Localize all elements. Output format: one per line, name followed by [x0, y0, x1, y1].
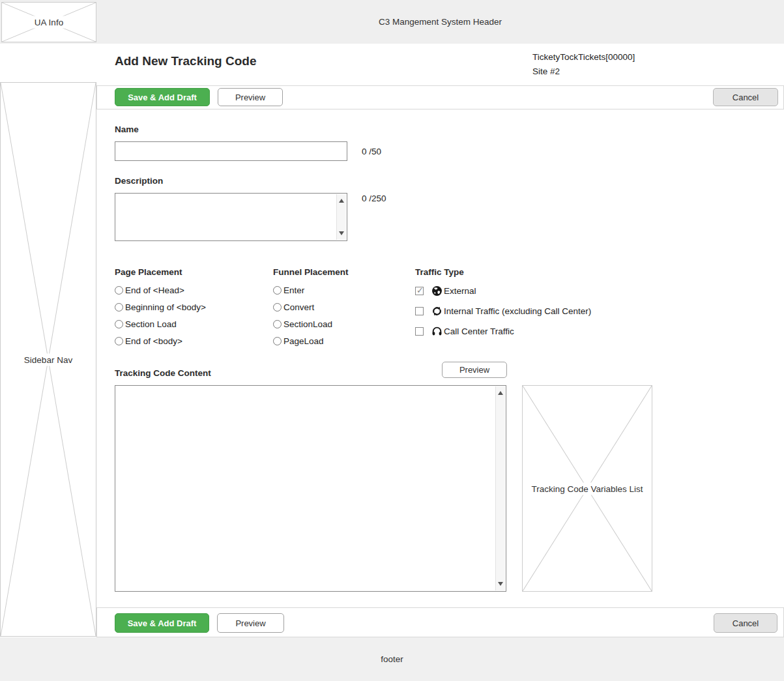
funnel-placement-label: Funnel Placement [273, 267, 349, 277]
footer-label: footer [381, 654, 403, 664]
radio-label: Beginning of <body> [125, 302, 206, 312]
preview-button-bottom[interactable]: Preview [217, 613, 284, 633]
site-label: Site #2 [532, 65, 635, 79]
preview-button-top[interactable]: Preview [218, 88, 283, 106]
radio-sectionload[interactable]: SectionLoad [273, 318, 349, 330]
radio-icon[interactable] [273, 286, 282, 295]
account-name: TicketyTockTickets[00000] [532, 50, 635, 65]
name-input[interactable] [115, 141, 347, 161]
radio-icon[interactable] [115, 303, 123, 312]
radio-icon[interactable] [273, 337, 282, 345]
tracking-code-preview-button[interactable]: Preview [442, 362, 507, 378]
radio-label: End of <Head> [125, 285, 184, 295]
radio-icon[interactable] [115, 337, 123, 345]
ua-info-label: UA Info [31, 16, 66, 29]
page-footer: footer [0, 637, 784, 681]
radio-label: Convert [283, 302, 314, 312]
globe-icon [431, 285, 443, 297]
checkbox-call-center[interactable]: Call Center Traffic [415, 325, 591, 338]
scroll-down-icon[interactable] [496, 579, 505, 588]
radio-enter[interactable]: Enter [273, 284, 349, 296]
radio-icon[interactable] [273, 320, 282, 328]
tracking-code-variables-placeholder: Tracking Code Variables List [522, 385, 652, 592]
scroll-up-icon[interactable] [337, 196, 346, 205]
sidebar-nav-label: Sidebar Nav [21, 353, 76, 366]
cancel-button-bottom[interactable]: Cancel [714, 613, 777, 633]
checkbox-icon[interactable] [415, 307, 424, 315]
save-add-draft-button-bottom[interactable]: Save & Add Draft [115, 613, 209, 633]
radio-label: SectionLoad [283, 319, 332, 329]
traffic-type-label: Traffic Type [415, 267, 591, 277]
radio-icon[interactable] [115, 320, 123, 328]
sync-icon [431, 306, 443, 317]
radio-pageload[interactable]: PageLoad [273, 335, 349, 347]
account-info: TicketyTockTickets[00000] Site #2 [532, 50, 635, 79]
radio-convert[interactable]: Convert [273, 301, 349, 313]
ua-info-placeholder: UA Info [1, 2, 96, 42]
radio-label: Enter [283, 285, 304, 295]
checkbox-label: External [444, 286, 476, 296]
radio-icon[interactable] [273, 303, 282, 312]
checkbox-internal-traffic[interactable]: Internal Traffic (excluding Call Center) [415, 304, 591, 317]
checkbox-external[interactable]: External [415, 284, 591, 297]
description-textarea[interactable] [115, 193, 347, 241]
radio-label: End of <body> [125, 336, 182, 346]
headset-icon [431, 326, 443, 337]
radio-label: Section Load [125, 319, 177, 329]
description-label: Description [115, 176, 163, 186]
scroll-down-icon[interactable] [337, 229, 346, 238]
radio-section-load[interactable]: Section Load [115, 318, 206, 330]
variables-list-label: Tracking Code Variables List [528, 482, 646, 495]
name-label: Name [115, 124, 139, 134]
header-title: C3 Mangement System Header [96, 0, 784, 44]
checkbox-icon[interactable] [415, 327, 424, 336]
radio-end-of-head[interactable]: End of <Head> [115, 284, 206, 296]
radio-icon[interactable] [115, 286, 123, 295]
page-placement-label: Page Placement [115, 267, 206, 277]
radio-end-of-body[interactable]: End of <body> [115, 335, 206, 347]
traffic-type-group: Traffic Type External Internal Traffic (… [415, 267, 591, 345]
checkbox-icon[interactable] [415, 287, 424, 295]
tracking-code-scrollbar[interactable] [495, 386, 505, 590]
sidebar-nav-placeholder[interactable]: Sidebar Nav [0, 82, 96, 637]
description-scrollbar[interactable] [336, 194, 346, 240]
scroll-up-icon[interactable] [496, 388, 505, 398]
cancel-button-top[interactable]: Cancel [713, 88, 778, 106]
name-counter: 0 /50 [362, 147, 381, 156]
funnel-placement-group: Funnel Placement Enter Convert SectionLo… [273, 267, 349, 352]
tracking-code-textarea[interactable] [115, 385, 506, 592]
description-counter: 0 /250 [362, 194, 386, 203]
tracking-code-label: Tracking Code Content [115, 368, 211, 378]
checkbox-label: Internal Traffic (excluding Call Center) [444, 306, 591, 316]
radio-label: PageLoad [283, 336, 324, 346]
page-title: Add New Tracking Code [115, 54, 256, 68]
radio-beginning-of-body[interactable]: Beginning of <body> [115, 301, 206, 313]
checkbox-label: Call Center Traffic [444, 326, 514, 336]
page-placement-group: Page Placement End of <Head> Beginning o… [115, 267, 206, 352]
save-add-draft-button-top[interactable]: Save & Add Draft [115, 88, 210, 106]
